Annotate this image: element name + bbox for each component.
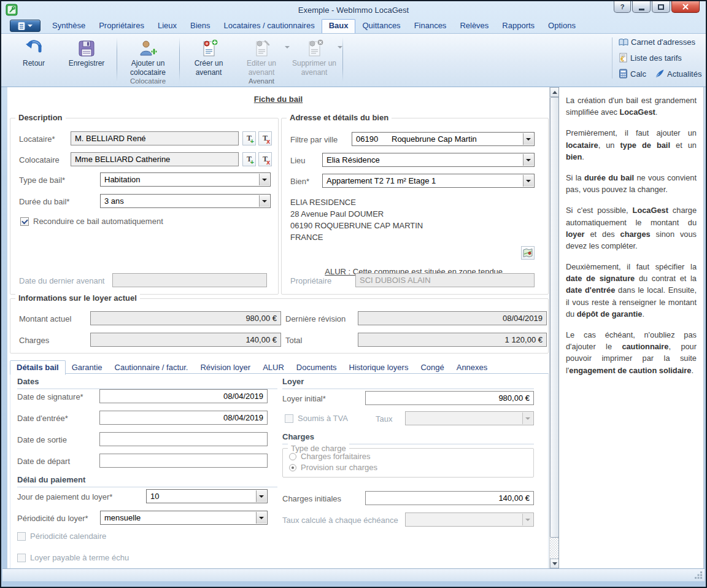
liste-tarifs-label: Liste des tarifs: [630, 53, 682, 63]
locataire-input[interactable]: M. BELLIARD René: [71, 131, 239, 145]
actualites-link[interactable]: Actualités: [655, 69, 701, 79]
ribbon-tab-synthèse[interactable]: Synthèse: [45, 19, 92, 33]
calc-link[interactable]: Calc: [619, 69, 646, 79]
dropdown-arrow-icon[interactable]: [259, 174, 269, 185]
liste-tarifs-link[interactable]: € Liste des tarifs: [619, 53, 682, 63]
ribbon-tab-row: SynthèsePropriétairesLieuxBiensLocataire…: [1, 20, 706, 33]
dropdown-arrow-icon[interactable]: [259, 195, 269, 207]
calc-label: Calc: [630, 69, 646, 79]
ribbon-tab-relèves[interactable]: Relèves: [453, 19, 495, 33]
remove-cross-icon: x: [266, 138, 270, 145]
help-panel: La création d'un bail est grandement sim…: [558, 87, 704, 568]
filtre-ville-select[interactable]: 06190 Roquebrune Cap Martin: [352, 132, 535, 146]
ribbon-tab-options[interactable]: Options: [541, 19, 582, 33]
help-paragraph: Premièrement, il faut ajouter un locatai…: [566, 127, 697, 163]
taux-echeance-label: Taux calculé à chaque échéance: [282, 516, 398, 525]
detail-tab-révision-loyer[interactable]: Révision loyer: [194, 361, 257, 374]
derniere-revision-value: 08/04/2019: [503, 314, 543, 323]
detail-tab-annexes[interactable]: Annexes: [450, 361, 494, 374]
ribbon-tab-lieux[interactable]: Lieux: [151, 19, 184, 33]
dropdown-arrow-icon: [522, 514, 533, 525]
date-entree-value: 08/04/2019: [223, 413, 263, 422]
ribbon-tab-rapports[interactable]: Rapports: [495, 19, 541, 33]
dropdown-arrow-icon[interactable]: [256, 490, 266, 502]
charges-initiales-input[interactable]: 140,00 €: [365, 491, 534, 505]
add-cotenant-button[interactable]: T+: [242, 152, 256, 166]
filtre-ville-label: Filtre par ville: [290, 135, 338, 144]
dropdown-arrow-icon[interactable]: [523, 154, 533, 166]
vertical-scrollbar[interactable]: [549, 87, 558, 568]
remove-tenant-button[interactable]: Tx: [258, 131, 272, 145]
detail-tab-historique-loyers[interactable]: Historique loyers: [343, 361, 415, 374]
close-button[interactable]: [671, 1, 700, 13]
scroll-down-button[interactable]: [550, 559, 559, 568]
retour-button[interactable]: Retour: [12, 36, 55, 68]
detail-tab-détails-bail[interactable]: Détails bail: [10, 360, 66, 375]
montant-actuel-value: 980,00 €: [245, 314, 277, 323]
loyer-initial-input[interactable]: 980,00 €: [365, 391, 534, 405]
scrollbar-thumb[interactable]: [550, 97, 559, 538]
remove-cotenant-button[interactable]: Tx: [258, 152, 272, 166]
ribbon-tab-finances[interactable]: Finances: [408, 19, 454, 33]
dropdown-arrow-icon[interactable]: [523, 133, 533, 145]
app-menu-button[interactable]: [10, 20, 41, 32]
help-glyph: ?: [620, 3, 625, 10]
colocataire-value: Mme BELLIARD Catherine: [75, 155, 170, 164]
maximize-icon: [658, 4, 664, 10]
type-charge-groupbox: Type de charge Charges forfaitaires Prov…: [282, 448, 534, 478]
bien-select[interactable]: Appartement T2 71 m² Etage 1: [322, 174, 535, 188]
dropdown-arrow-icon[interactable]: [523, 175, 533, 187]
help-button[interactable]: ?: [614, 1, 631, 13]
taux-label: Taux: [376, 414, 392, 424]
detail-tab-documents[interactable]: Documents: [290, 361, 343, 374]
derniere-revision-input: 08/04/2019: [358, 311, 547, 325]
date-entree-input[interactable]: 08/04/2019: [99, 411, 268, 425]
carnet-adresses-link[interactable]: Carnet d'adresses: [619, 37, 695, 47]
duree-bail-label: Durée du bail*: [19, 197, 69, 206]
help-paragraph: Le cas échéant, n'oubliez pas d'ajouter …: [566, 329, 697, 376]
detail-tab-garantie[interactable]: Garantie: [66, 361, 109, 374]
minimize-button[interactable]: [632, 1, 651, 13]
reconduire-checkbox[interactable]: Reconduire ce bail automatiquement: [20, 217, 163, 226]
map-button[interactable]: [521, 246, 535, 260]
date-sortie-input[interactable]: [99, 432, 268, 446]
enregistrer-button[interactable]: Enregistrer: [60, 36, 113, 68]
ribbon-tab-biens[interactable]: Biens: [184, 19, 217, 33]
maximize-button[interactable]: [652, 1, 670, 13]
property-address: ELIA RESIDENCE28 Avenue Paul DOUMER06190…: [290, 197, 423, 243]
charges-label: Charges: [19, 336, 49, 345]
detail-tab-congé[interactable]: Congé: [414, 361, 450, 374]
periodicite-select[interactable]: mensuelle: [100, 511, 268, 525]
ribbon-tab-locataires-cautionnaires[interactable]: Locataires / cautionnaires: [217, 19, 322, 33]
detail-tab-cautionnaire-factur[interactable]: Cautionnaire / factur.: [109, 361, 195, 374]
group-label-avenant: Avenant: [185, 77, 338, 85]
date-signature-input[interactable]: 08/04/2019: [99, 389, 268, 403]
ribbon-tab-propriétaires[interactable]: Propriétaires: [92, 19, 151, 33]
add-tenant-button[interactable]: T+: [242, 131, 256, 145]
svg-text:€: €: [621, 56, 625, 63]
dropdown-arrow-icon: [522, 412, 533, 424]
ribbon-tab-quittances[interactable]: Quittances: [355, 19, 407, 33]
soumis-tva-checkbox: Soumis à TVA: [285, 414, 348, 423]
checkbox-icon: [285, 414, 293, 423]
ribbon-tab-baux[interactable]: Baux: [322, 19, 356, 33]
ajouter-colocataire-button[interactable]: Ajouter un colocataire: [122, 36, 174, 77]
jour-paiement-select[interactable]: 10: [146, 489, 268, 503]
type-bail-select[interactable]: Habitation: [100, 172, 271, 187]
scroll-up-button[interactable]: [550, 87, 559, 97]
creer-avenant-button[interactable]: Créer un avenant: [185, 36, 232, 77]
dropdown-arrow-icon[interactable]: [256, 512, 266, 524]
terme-echu-label: Loyer payable à terme échu: [30, 553, 129, 562]
radio-icon: [289, 464, 296, 471]
duree-bail-select[interactable]: 3 ans: [100, 194, 271, 208]
bien-fieldset: Adresse et détails du bien Filtre par vi…: [281, 118, 549, 295]
lieu-select[interactable]: Elia Résidence: [322, 153, 535, 167]
detail-tab-alur[interactable]: ALUR: [257, 361, 290, 374]
resize-grip[interactable]: [695, 571, 703, 579]
bien-label: Bien*: [290, 177, 309, 186]
periodicite-calendaire-label: Périodicité calendaire: [30, 532, 106, 541]
colocataire-input[interactable]: Mme BELLIARD Catherine: [71, 152, 239, 166]
periodicite-calendaire-checkbox: Périodicité calendaire: [17, 532, 106, 541]
date-depart-input[interactable]: [99, 454, 268, 468]
group-label-colocataire: Colocataire: [122, 77, 174, 85]
